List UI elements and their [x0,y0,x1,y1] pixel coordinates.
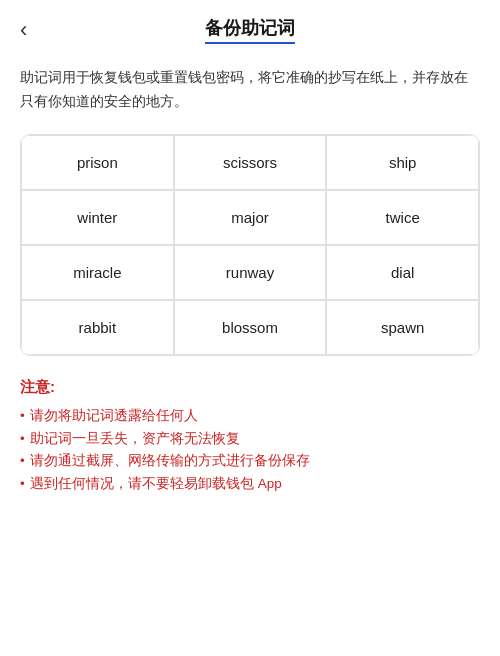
mnemonic-word-cell: dial [326,245,479,300]
header: ‹ 备份助记词 [0,0,500,52]
mnemonic-word-cell: scissors [174,135,327,190]
mnemonic-word-cell: ship [326,135,479,190]
mnemonic-word-cell: rabbit [21,300,174,355]
mnemonic-word-cell: winter [21,190,174,245]
page-title: 备份助记词 [205,16,295,44]
notes-title: 注意: [20,378,480,397]
notes-list-item: 遇到任何情况，请不要轻易卸载钱包 App [20,473,480,496]
mnemonic-word-cell: prison [21,135,174,190]
mnemonic-word-cell: spawn [326,300,479,355]
mnemonic-word-cell: twice [326,190,479,245]
mnemonic-word-cell: blossom [174,300,327,355]
description-text: 助记词用于恢复钱包或重置钱包密码，将它准确的抄写在纸上，并存放在只有你知道的安全… [0,52,500,124]
notes-section: 注意: 请勿将助记词透露给任何人助记词一旦丢失，资产将无法恢复请勿通过截屏、网络… [0,366,500,517]
mnemonic-word-cell: major [174,190,327,245]
mnemonic-grid: prisonscissorsshipwintermajortwicemiracl… [21,135,479,355]
mnemonic-word-cell: miracle [21,245,174,300]
mnemonic-grid-container: prisonscissorsshipwintermajortwicemiracl… [20,134,480,356]
notes-list-item: 助记词一旦丢失，资产将无法恢复 [20,428,480,451]
back-button[interactable]: ‹ [20,19,27,41]
notes-list-item: 请勿将助记词透露给任何人 [20,405,480,428]
notes-list-item: 请勿通过截屏、网络传输的方式进行备份保存 [20,450,480,473]
notes-list: 请勿将助记词透露给任何人助记词一旦丢失，资产将无法恢复请勿通过截屏、网络传输的方… [20,405,480,497]
mnemonic-word-cell: runway [174,245,327,300]
